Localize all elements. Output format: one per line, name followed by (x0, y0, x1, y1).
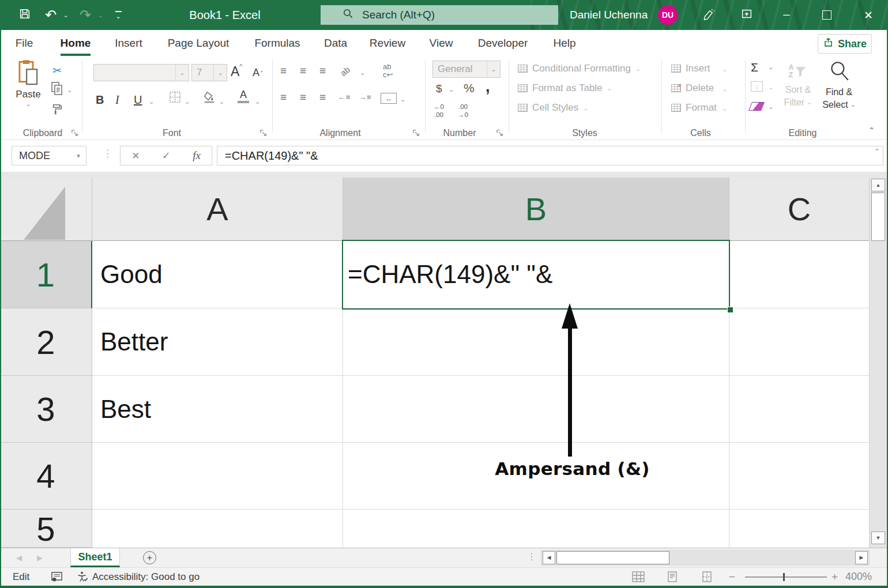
format-dropdown[interactable]: ⌄ (722, 105, 727, 112)
feedback-button[interactable] (697, 0, 721, 30)
accessibility-icon[interactable] (76, 568, 89, 586)
row-header-1[interactable]: 1 (0, 241, 92, 308)
tab-view[interactable]: View (424, 30, 458, 56)
scroll-left-button[interactable]: ◀ (543, 551, 555, 564)
chevron-down-icon[interactable]: ⌄ (487, 61, 500, 77)
cell-C5[interactable] (729, 510, 869, 548)
format-painter-button[interactable] (50, 103, 65, 118)
clear-button[interactable] (748, 102, 765, 111)
insert-cells-button[interactable]: Insert (671, 63, 710, 74)
bottom-align-button[interactable]: ≡ (319, 65, 326, 76)
font-size-combo[interactable]: 7 ⌄ (191, 64, 227, 81)
minimize-button[interactable]: ─ (773, 0, 800, 30)
enter-entry-button[interactable]: ✓ (162, 149, 171, 162)
column-header-a[interactable]: A (92, 178, 343, 241)
cell-styles-button[interactable]: Cell Styles ⌄ (518, 102, 589, 114)
copy-button[interactable] (50, 82, 65, 97)
align-center-button[interactable]: ≡ (300, 92, 306, 103)
ribbon-display-options-button[interactable] (735, 0, 759, 30)
tab-file[interactable]: File (8, 30, 40, 56)
collapse-ribbon-button[interactable]: ⌄ (868, 126, 875, 134)
italic-button[interactable]: I (115, 89, 127, 107)
alignment-dialog-launcher[interactable] (412, 129, 421, 138)
vertical-scrollbar[interactable]: ▲ ▼ (869, 178, 887, 548)
page-break-preview-button[interactable] (701, 568, 713, 586)
formula-input[interactable]: =CHAR(149)&" "& (217, 146, 883, 165)
chevron-down-icon[interactable]: ⌄ (175, 65, 189, 81)
fill-button[interactable]: ↓ (751, 81, 763, 92)
name-box-dropdown[interactable]: ▾ (71, 152, 86, 160)
zoom-slider[interactable] (745, 576, 827, 578)
font-name-combo[interactable]: ⌄ (93, 64, 189, 81)
tab-data[interactable]: Data (319, 30, 352, 56)
tab-scrollbar-splitter[interactable]: ⋮ (527, 552, 536, 561)
chevron-down-icon[interactable]: ⌄ (213, 65, 227, 81)
next-sheet-button[interactable]: ▶ (37, 548, 43, 567)
middle-align-button[interactable]: ≡ (300, 65, 306, 76)
close-button[interactable]: ✕ (855, 0, 882, 30)
row-header-3[interactable]: 3 (0, 376, 92, 443)
font-dialog-launcher[interactable] (259, 129, 268, 138)
clipboard-dialog-launcher[interactable] (70, 129, 80, 138)
fill-handle[interactable] (727, 307, 733, 313)
tab-review[interactable]: Review (365, 30, 410, 56)
zoom-out-button[interactable]: − (729, 568, 735, 586)
tab-page-layout[interactable]: Page Layout (164, 30, 233, 56)
decrease-decimal-button[interactable]: .00→0 (458, 103, 468, 119)
paste-button[interactable]: Paste ⌄ (10, 59, 46, 124)
sheet-tab-sheet1[interactable]: Sheet1 (70, 548, 120, 567)
undo-dropdown[interactable]: ⌄ (61, 0, 70, 30)
format-as-table-button[interactable]: Format as Table ⌄ (518, 82, 612, 94)
quick-access-toolbar-menu[interactable]: ⌄ (110, 0, 127, 30)
insert-dropdown[interactable]: ⌄ (722, 66, 727, 73)
account-name[interactable]: Daniel Uchenna (570, 0, 648, 30)
cell-A4[interactable] (92, 443, 343, 510)
redo-button[interactable]: ↷ (75, 0, 96, 30)
tab-developer[interactable]: Developer (473, 30, 533, 56)
cell-C2[interactable] (729, 308, 869, 376)
zoom-in-button[interactable]: + (831, 568, 838, 586)
row-header-2[interactable]: 2 (0, 308, 92, 376)
tab-insert[interactable]: Insert (108, 30, 149, 56)
horizontal-scroll-thumb[interactable] (556, 551, 669, 564)
number-format-combo[interactable]: General ⌄ (432, 61, 501, 78)
macro-record-button[interactable] (51, 568, 63, 586)
fill-color-dropdown[interactable]: ⌄ (219, 99, 224, 105)
tab-help[interactable]: Help (548, 30, 581, 56)
align-right-button[interactable]: ≡ (319, 92, 326, 103)
find-select-button[interactable]: Find & Select⌄ (819, 59, 859, 111)
row-header-5[interactable]: 5 (0, 510, 92, 548)
row-header-4[interactable]: 4 (0, 443, 92, 510)
cell-A5[interactable] (92, 510, 343, 548)
number-dialog-launcher[interactable] (495, 129, 505, 138)
redo-dropdown[interactable]: ⌄ (96, 0, 105, 30)
comma-style-button[interactable]: , (486, 78, 490, 96)
increase-font-size-button[interactable]: A^ (231, 64, 243, 80)
increase-decimal-button[interactable]: ←0.00 (434, 103, 444, 119)
search-box[interactable]: Search (Alt+Q) (321, 5, 558, 25)
wrap-text-button[interactable]: ab c↩ (383, 63, 393, 80)
borders-dropdown[interactable]: ⌄ (185, 99, 190, 105)
borders-button[interactable] (167, 91, 182, 105)
font-color-button[interactable]: A (236, 89, 250, 103)
cancel-entry-button[interactable]: ✕ (131, 150, 140, 162)
column-header-c[interactable]: C (729, 178, 869, 241)
decrease-font-size-button[interactable]: A⌄ (253, 67, 264, 79)
conditional-formatting-button[interactable]: Conditional Formatting ⌄ (518, 63, 641, 74)
previous-sheet-button[interactable]: ◀ (16, 548, 22, 567)
decrease-indent-button[interactable]: ←≡ (338, 93, 351, 101)
zoom-slider-thumb[interactable] (783, 573, 785, 581)
orientation-button[interactable]: ab (340, 65, 350, 76)
horizontal-scrollbar[interactable]: ◀ ▶ (541, 550, 870, 566)
cell-B5[interactable] (343, 510, 729, 548)
cell-C3[interactable] (729, 376, 869, 443)
column-header-b[interactable]: B (343, 178, 729, 241)
undo-button[interactable]: ↶ (40, 0, 61, 30)
increase-indent-button[interactable]: →≡ (359, 93, 371, 101)
accessibility-status[interactable]: Accessibility: Good to go (92, 568, 200, 586)
select-all-corner[interactable] (0, 178, 92, 241)
autosum-button[interactable]: Σ (751, 61, 758, 74)
fill-color-button[interactable] (202, 91, 217, 105)
cell-A2[interactable]: Better (92, 308, 343, 376)
add-sheet-button[interactable]: + (143, 551, 156, 564)
